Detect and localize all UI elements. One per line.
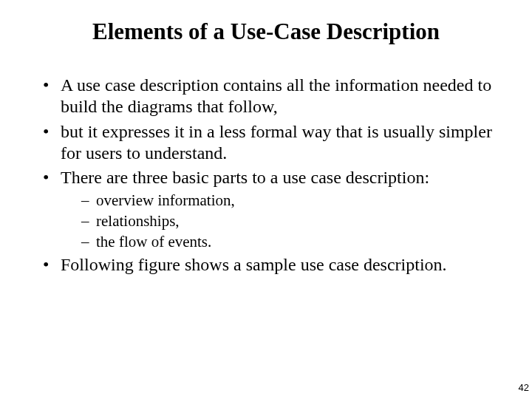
bullet-text: There are three basic parts to a use cas… [61, 168, 429, 187]
list-item: A use case description contains all the … [43, 75, 502, 118]
bullet-text: relationships, [96, 212, 180, 230]
bullet-list: A use case description contains all the … [22, 75, 510, 276]
list-item: There are three basic parts to a use cas… [43, 167, 502, 251]
bullet-text: but it expresses it in a less formal way… [61, 122, 492, 163]
list-item: relationships, [81, 211, 502, 231]
page-number: 42 [519, 382, 529, 393]
list-item: the flow of events. [81, 232, 502, 251]
bullet-text: A use case description contains all the … [61, 75, 491, 116]
sub-bullet-list: overview information, relationships, the… [61, 191, 502, 252]
slide-title: Elements of a Use-Case Description [22, 18, 510, 45]
list-item: but it expresses it in a less formal way… [43, 121, 502, 165]
list-item: Following figure shows a sample use case… [43, 254, 502, 276]
bullet-text: Following figure shows a sample use case… [61, 255, 447, 274]
bullet-text: the flow of events. [96, 233, 211, 250]
list-item: overview information, [81, 191, 502, 210]
slide: Elements of a Use-Case Description A use… [0, 0, 532, 399]
bullet-text: overview information, [96, 191, 235, 209]
